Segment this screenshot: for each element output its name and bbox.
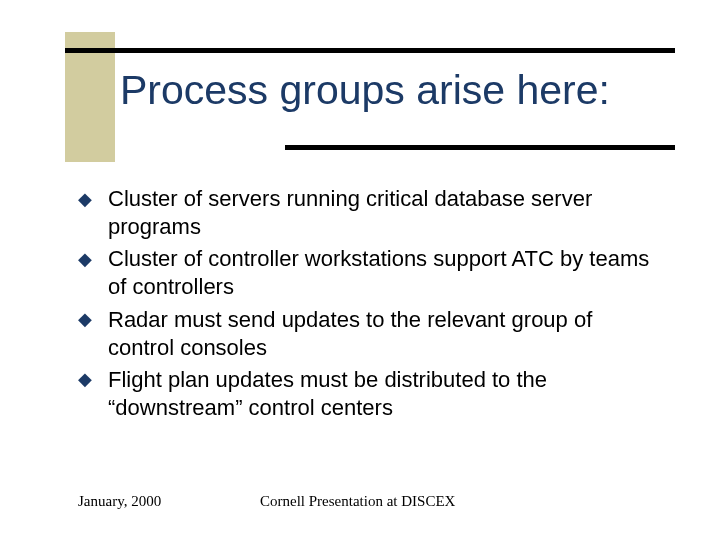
list-item: ◆ Flight plan updates must be distribute…: [78, 366, 660, 422]
bullet-icon: ◆: [78, 190, 92, 208]
bullet-list: ◆ Cluster of servers running critical da…: [78, 185, 660, 422]
bullet-text: Radar must send updates to the relevant …: [108, 307, 592, 360]
slide-title: Process groups arise here:: [120, 68, 610, 113]
slide: Process groups arise here: ◆ Cluster of …: [0, 0, 720, 540]
bullet-text: Cluster of controller workstations suppo…: [108, 246, 649, 299]
slide-content: ◆ Cluster of servers running critical da…: [78, 185, 660, 426]
list-item: ◆ Cluster of controller workstations sup…: [78, 245, 660, 301]
bullet-text: Flight plan updates must be distributed …: [108, 367, 547, 420]
top-divider: [65, 48, 675, 53]
bullet-icon: ◆: [78, 370, 92, 388]
bullet-icon: ◆: [78, 250, 92, 268]
bullet-icon: ◆: [78, 310, 92, 328]
bullet-text: Cluster of servers running critical data…: [108, 186, 592, 239]
footer-center: Cornell Presentation at DISCEX: [260, 493, 455, 510]
list-item: ◆ Cluster of servers running critical da…: [78, 185, 660, 241]
mid-divider: [285, 145, 675, 150]
list-item: ◆ Radar must send updates to the relevan…: [78, 306, 660, 362]
